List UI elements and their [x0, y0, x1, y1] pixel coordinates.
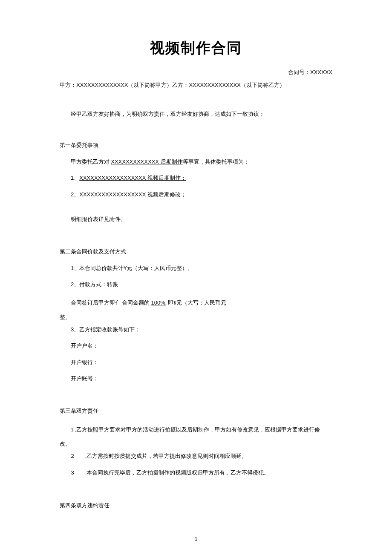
section2-item3: 合同签订后甲方即亻 合同金额的 100%, 即¥元（大写：人民币元整。 [60, 296, 332, 325]
section1-intro-suffix: 等事宜，具体委托事项为： [183, 158, 249, 165]
parties-line: 甲方：XXXXXXXXXXXXXX（以下简称甲方）乙方：XXXXXXXXXXXX… [60, 81, 332, 89]
party-b-label: 乙方： [172, 82, 189, 88]
section1-item1-underline: XXXXXXXXXXXXXXXXXX 视频后期制作； [79, 175, 186, 181]
party-b-value: XXXXXXXXXXXXXX [189, 82, 240, 88]
section2-item3-post: , 即¥元（大写：人民币元 [165, 299, 226, 306]
section3-item1: 1 .乙方按照甲方要求对甲方的活动进行拍摄以及后期制作，甲方如有修改意见，应根据… [60, 423, 332, 451]
section4-heading: 第四条双方违约责任 [60, 502, 332, 509]
section1-item1: 1、XXXXXXXXXXXXXXXXXX 视频后期制作； [60, 173, 332, 183]
party-a-label: 甲方： [60, 82, 76, 88]
section1-item1-prefix: 1、 [71, 175, 79, 181]
section1-item2: 2、XXXXXXXXXXXXXXXXXX 视频后期修改； [60, 190, 332, 199]
section1-intro-prefix: 甲方委托乙方对 [71, 158, 111, 165]
section1-intro-underline: XXXXXXXXXXXXX 后期制作 [111, 158, 182, 165]
section3-item1-line: 1 .乙方按照甲方要求对甲方的活动进行拍摄以及后期制作，甲方如有修改意见，应根据… [71, 426, 320, 433]
contract-no-value: XXXXXX [310, 69, 332, 75]
section3-item3-txt: .本合同执行完毕后，乙方拍摄制作的视频版权归甲方所有，乙方不得侵犯。 [85, 468, 332, 477]
party-b-suffix: （以下简称乙方） [241, 82, 285, 88]
section2-item3-underline: 100% [151, 299, 165, 306]
section3-item2-txt: .乙方需按时按质提交成片，若甲方提出修改意见则时间相应顺延。 [85, 451, 332, 461]
section2-acct-num: 开户账号： [60, 374, 332, 383]
section3-heading: 第三条双方责任 [60, 407, 332, 415]
section1-detail: 明细报价表详见附件。 [60, 214, 332, 224]
page-number: 1 [0, 536, 392, 542]
section1-item2-prefix: 2、 [71, 191, 79, 198]
section3-item3-num: 3 [60, 468, 85, 477]
section3-item3: 3 .本合同执行完毕后，乙方拍摄制作的视频版权归甲方所有，乙方不得侵犯。 [60, 468, 332, 477]
section2-acct-bank: 开户银行： [60, 357, 332, 367]
section3-item2: 2 .乙方需按时按质提交成片，若甲方提出修改意见则时间相应顺延。 [60, 451, 332, 461]
party-a-value: XXXXXXXXXXXXXX [76, 82, 128, 88]
section3-item1-cont: 改。 [60, 440, 71, 447]
document-title: 视频制作合同 [60, 38, 332, 58]
section2-item3-cont: 整。 [60, 314, 71, 320]
section2-item3-pre: 合同签订后甲方即亻 合同金额的 [71, 299, 151, 306]
section1-item2-underline: XXXXXXXXXXXXXXXXXX 视频后期修改； [79, 191, 186, 198]
party-a-suffix: （以下简称甲方） [128, 82, 172, 88]
section2-item1: 1、本合同总价款共计¥元（大写：人民币元整）。 [60, 263, 332, 273]
preamble: 经甲乙双方友好协商，为明确双方责任，双方经友好协商，达成如下一致协议： [60, 110, 332, 118]
contract-number: 合同号：XXXXXX [60, 69, 332, 76]
contract-no-label: 合同号： [288, 69, 310, 75]
section2-acct-name: 开户户名： [60, 341, 332, 351]
section2-item4: 3、乙方指定收款账号如下： [60, 325, 332, 334]
section2-heading: 第二条合同价款及支付方式 [60, 248, 332, 256]
section1-heading: 第一条委托事项 [60, 141, 332, 149]
section2-item2: 2、付款方式：转账 [60, 279, 332, 289]
section1-intro: 甲方委托乙方对 XXXXXXXXXXXXX 后期制作等事宜，具体委托事项为： [60, 157, 332, 167]
section3-item2-num: 2 [60, 451, 85, 461]
